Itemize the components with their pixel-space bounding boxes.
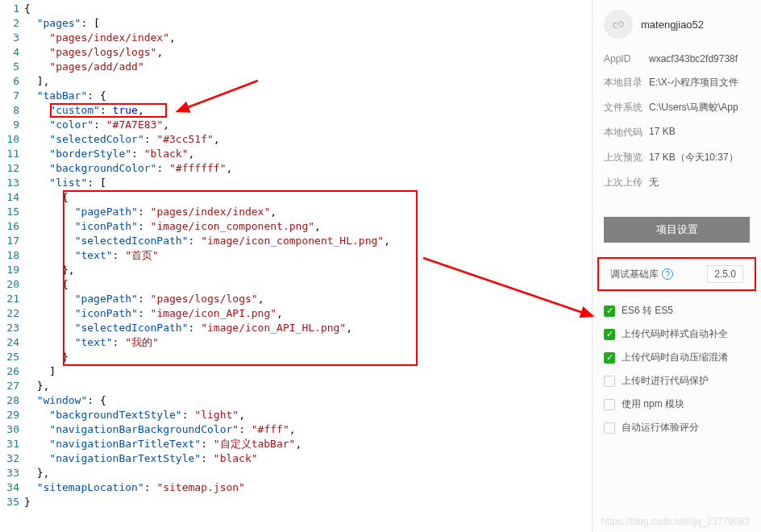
- line-number: 5: [0, 60, 24, 74]
- code-line[interactable]: "color": "#7A7E83",: [24, 118, 592, 132]
- code-line[interactable]: "sitemapLocation": "sitemap.json": [24, 480, 592, 495]
- checkbox-label: ES6 转 ES5: [622, 304, 673, 318]
- code-line[interactable]: ],: [24, 74, 592, 89]
- code-line[interactable]: },: [24, 466, 592, 480]
- code-content[interactable]: { "pages": [ "pages/index/index", "pages…: [24, 0, 592, 532]
- code-line[interactable]: "selectedIconPath": "image/icon_API_HL.p…: [24, 321, 592, 335]
- checkbox-row[interactable]: 自动运行体验评分: [604, 421, 750, 434]
- code-line[interactable]: "list": [: [24, 176, 592, 190]
- info-label: 本地目录: [604, 76, 649, 89]
- info-label: 上次预览: [604, 151, 649, 164]
- line-number: 1: [0, 2, 24, 16]
- code-line[interactable]: "selectedIconPath": "image/icon_componen…: [24, 234, 592, 248]
- code-line[interactable]: {: [24, 2, 592, 16]
- code-line[interactable]: {: [24, 277, 592, 292]
- line-number: 9: [0, 118, 24, 132]
- info-row: 上次上传无: [604, 176, 750, 189]
- project-settings-button[interactable]: 项目设置: [604, 217, 750, 243]
- code-line[interactable]: "tabBar": {: [24, 89, 592, 103]
- line-number: 16: [0, 219, 24, 234]
- code-line[interactable]: "iconPath": "image/icon_API.png",: [24, 306, 592, 321]
- watermark: https://blog.csdn.net/qq_23779083: [601, 516, 750, 527]
- line-number: 33: [0, 466, 24, 480]
- code-line[interactable]: "selectedColor": "#3cc51f",: [24, 132, 592, 147]
- code-line[interactable]: "backgroundTextStyle": "light",: [24, 408, 592, 422]
- line-number: 26: [0, 364, 24, 379]
- code-line[interactable]: "pages/add/add": [24, 60, 592, 74]
- line-number: 3: [0, 31, 24, 45]
- info-row: AppIDwxacf343bc2fd9738f: [604, 53, 750, 64]
- code-line[interactable]: "pages": [: [24, 16, 592, 31]
- code-line[interactable]: "navigationBarBackgroundColor": "#fff",: [24, 422, 592, 437]
- line-number: 15: [0, 205, 24, 219]
- line-number: 21: [0, 292, 24, 306]
- line-number: 19: [0, 263, 24, 277]
- checkbox[interactable]: [604, 399, 615, 410]
- info-row: 本地目录E:\X-小程序项目文件: [604, 76, 750, 89]
- code-line[interactable]: "text": "我的": [24, 335, 592, 350]
- code-line[interactable]: "pages/index/index",: [24, 31, 592, 45]
- lib-version-select[interactable]: 2.5.0: [707, 265, 743, 283]
- checkbox[interactable]: [604, 352, 615, 364]
- info-label: 上次上传: [604, 176, 649, 189]
- checkbox[interactable]: [604, 422, 615, 434]
- code-line[interactable]: "pages/logs/logs",: [24, 45, 592, 60]
- info-value: 17 KB（今天10:37）: [649, 151, 738, 164]
- checkbox-row[interactable]: ES6 转 ES5: [604, 304, 750, 318]
- line-number: 34: [0, 480, 24, 495]
- checkbox-label: 使用 npm 模块: [622, 397, 684, 411]
- line-number: 23: [0, 321, 24, 335]
- checkbox-label: 上传时进行代码保护: [622, 374, 709, 388]
- line-number: 12: [0, 161, 24, 176]
- code-line[interactable]: "window": {: [24, 393, 592, 408]
- username: matengjiao52: [641, 19, 704, 31]
- user-row: matengjiao52: [593, 0, 761, 53]
- checkbox[interactable]: [604, 329, 615, 340]
- code-line[interactable]: "pagePath": "pages/logs/logs",: [24, 292, 592, 306]
- info-row: 本地代码17 KB: [604, 126, 750, 139]
- code-line[interactable]: "borderStyle": "black",: [24, 147, 592, 161]
- code-line[interactable]: },: [24, 379, 592, 393]
- info-label: 文件系统: [604, 101, 649, 114]
- debug-lib-label: 调试基础库 ?: [610, 268, 673, 281]
- code-line[interactable]: "text": "首页": [24, 248, 592, 263]
- line-number: 35: [0, 495, 24, 509]
- checkbox-label: 上传代码时自动压缩混淆: [622, 351, 728, 364]
- code-line[interactable]: "navigationBarTitleText": "自定义tabBar",: [24, 437, 592, 451]
- code-line[interactable]: },: [24, 263, 592, 277]
- code-line[interactable]: }: [24, 350, 592, 364]
- options-checklist: ES6 转 ES5上传代码时样式自动补全上传代码时自动压缩混淆上传时进行代码保护…: [593, 296, 761, 452]
- checkbox[interactable]: [604, 305, 615, 317]
- line-number-gutter: 1234567891011121314151617181920212223242…: [0, 0, 24, 532]
- code-line[interactable]: ]: [24, 364, 592, 379]
- project-sidebar: matengjiao52 AppIDwxacf343bc2fd9738f本地目录…: [592, 0, 761, 532]
- code-line[interactable]: "pagePath": "pages/index/index",: [24, 205, 592, 219]
- line-number: 6: [0, 74, 24, 89]
- code-line[interactable]: }: [24, 495, 592, 509]
- link-icon: [611, 17, 626, 31]
- line-number: 28: [0, 393, 24, 408]
- line-number: 8: [0, 103, 24, 118]
- line-number: 4: [0, 45, 24, 60]
- info-row: 文件系统C:\Users\马腾蛟\App: [604, 101, 750, 114]
- line-number: 24: [0, 335, 24, 350]
- line-number: 29: [0, 408, 24, 422]
- code-line[interactable]: {: [24, 190, 592, 205]
- code-editor[interactable]: 1234567891011121314151617181920212223242…: [0, 0, 592, 532]
- line-number: 18: [0, 248, 24, 263]
- code-line[interactable]: "custom": true,: [24, 103, 592, 118]
- checkbox-row[interactable]: 上传代码时自动压缩混淆: [604, 351, 750, 364]
- info-row: 上次预览17 KB（今天10:37）: [604, 151, 750, 164]
- checkbox-row[interactable]: 使用 npm 模块: [604, 397, 750, 411]
- code-line[interactable]: "iconPath": "image/icon_component.png",: [24, 219, 592, 234]
- checkbox-row[interactable]: 上传代码时样式自动补全: [604, 327, 750, 341]
- help-icon[interactable]: ?: [662, 268, 673, 280]
- checkbox-row[interactable]: 上传时进行代码保护: [604, 374, 750, 388]
- code-line[interactable]: "backgroundColor": "#ffffff",: [24, 161, 592, 176]
- checkbox[interactable]: [604, 376, 615, 387]
- code-line[interactable]: "navigationBarTextStyle": "black": [24, 451, 592, 466]
- avatar: [604, 10, 633, 39]
- line-number: 2: [0, 16, 24, 31]
- debug-lib-row: 调试基础库 ? 2.5.0: [597, 257, 756, 291]
- line-number: 31: [0, 437, 24, 451]
